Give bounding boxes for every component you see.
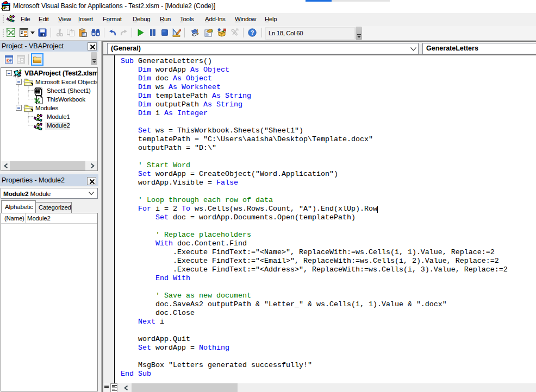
svg-text:?: ?	[251, 29, 254, 36]
